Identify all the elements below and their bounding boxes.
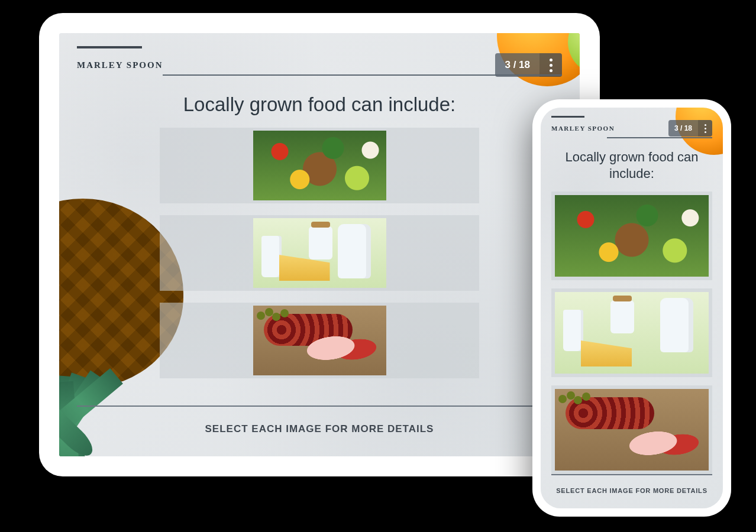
kebab-dot-icon	[550, 59, 553, 61]
page-title: Locally grown food can include:	[541, 149, 723, 181]
phone-screen: MARLEY SPOON 3 / 18 Locally grown food c…	[541, 108, 723, 508]
footer-divider	[551, 474, 712, 475]
accent-bar	[551, 116, 584, 118]
header: MARLEY SPOON 3 / 18	[551, 118, 712, 138]
more-menu-button[interactable]	[539, 53, 562, 77]
meats-image	[253, 306, 386, 375]
brand-logo: MARLEY SPOON	[77, 60, 163, 70]
produce-image	[253, 131, 386, 200]
progress-count: 3 / 18	[495, 53, 539, 77]
header-divider	[163, 74, 562, 76]
option-card-meats[interactable]	[160, 303, 479, 378]
accent-bar	[77, 46, 142, 48]
image-options-list	[551, 192, 712, 474]
kebab-dot-icon	[705, 124, 706, 126]
produce-image	[555, 195, 709, 277]
footer-divider	[77, 406, 562, 407]
option-card-produce[interactable]	[551, 192, 712, 280]
tablet-screen: MARLEY SPOON 3 / 18 Locally grown food c…	[59, 33, 580, 456]
option-card-dairy[interactable]	[160, 215, 479, 291]
kebab-dot-icon	[550, 69, 553, 72]
brand-logo: MARLEY SPOON	[551, 125, 615, 132]
dairy-image	[253, 218, 386, 288]
kebab-dot-icon	[705, 128, 706, 129]
page-title: Locally grown food can include:	[59, 93, 580, 116]
option-card-dairy[interactable]	[551, 288, 712, 377]
more-menu-button[interactable]	[698, 120, 712, 137]
phone-device-frame: MARLEY SPOON 3 / 18 Locally grown food c…	[532, 99, 731, 517]
option-card-meats[interactable]	[551, 385, 712, 474]
tablet-device-frame: MARLEY SPOON 3 / 18 Locally grown food c…	[39, 13, 600, 476]
progress-pill: 3 / 18	[495, 53, 562, 77]
kebab-dot-icon	[550, 64, 553, 67]
dairy-image	[555, 292, 709, 374]
header-divider	[607, 137, 712, 138]
instruction-text: SELECT EACH IMAGE FOR MORE DETAILS	[541, 487, 723, 494]
instruction-text: SELECT EACH IMAGE FOR MORE DETAILS	[59, 423, 580, 435]
progress-pill: 3 / 18	[668, 120, 712, 137]
kebab-dot-icon	[705, 131, 706, 133]
progress-count: 3 / 18	[668, 120, 698, 137]
option-card-produce[interactable]	[160, 128, 479, 203]
meats-image	[555, 389, 709, 471]
image-options-list	[160, 128, 479, 378]
